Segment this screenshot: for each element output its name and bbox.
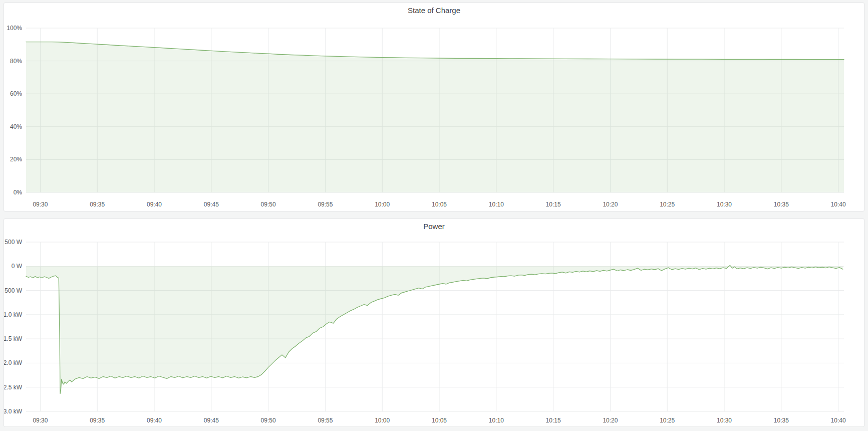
y-tick-label: 80% (10, 58, 22, 65)
x-tick-label: 10:40 (831, 417, 846, 424)
y-tick-label: 100% (7, 25, 22, 32)
x-tick-label: 09:35 (90, 201, 105, 208)
x-tick-label: 10:15 (546, 201, 561, 208)
panel-power: Power 500 W0 W-500 W-1.0 kW-1.5 kW-2.0 k… (4, 219, 864, 427)
x-tick-label: 09:35 (90, 417, 105, 424)
y-tick-label: -2.0 kW (4, 359, 23, 366)
y-tick-label: -3.0 kW (4, 408, 23, 415)
panel-title-power: Power (423, 219, 445, 234)
panel-header-state-of-charge[interactable]: State of Charge (4, 3, 864, 18)
y-tick-label: -1.0 kW (4, 311, 23, 318)
x-tick-label: 10:30 (717, 201, 732, 208)
y-tick-label: 0% (14, 189, 23, 196)
x-tick-label: 09:40 (147, 201, 162, 208)
x-tick-label: 10:10 (489, 417, 504, 424)
y-tick-label: 0 W (12, 263, 23, 270)
y-tick-label: -500 W (4, 287, 23, 294)
series-area (26, 42, 844, 192)
x-tick-label: 10:25 (660, 201, 675, 208)
x-tick-label: 10:35 (774, 417, 789, 424)
x-tick-label: 10:05 (432, 201, 447, 208)
x-tick-label: 09:50 (261, 201, 276, 208)
x-tick-label: 09:50 (261, 417, 276, 424)
x-tick-label: 09:40 (147, 417, 162, 424)
x-tick-label: 10:15 (546, 417, 561, 424)
y-tick-label: -1.5 kW (4, 335, 23, 342)
panel-header-power[interactable]: Power (4, 219, 864, 234)
x-tick-label: 09:45 (204, 201, 219, 208)
y-tick-label: 20% (10, 156, 22, 163)
x-tick-label: 10:00 (375, 201, 390, 208)
y-tick-label: 40% (10, 123, 22, 130)
x-tick-label: 10:25 (660, 417, 675, 424)
x-tick-label: 09:45 (204, 417, 219, 424)
x-tick-label: 10:30 (717, 417, 732, 424)
x-tick-label: 10:00 (375, 417, 390, 424)
y-tick-label: 60% (10, 90, 22, 97)
power-chart[interactable]: 500 W0 W-500 W-1.0 kW-1.5 kW-2.0 kW-2.5 … (4, 219, 864, 426)
x-tick-label: 10:35 (774, 201, 789, 208)
x-tick-label: 09:55 (318, 201, 333, 208)
x-tick-label: 09:30 (33, 201, 48, 208)
state-of-charge-chart[interactable]: 100%80%60%40%20%0%09:3009:3509:4009:4509… (4, 3, 864, 211)
x-tick-label: 10:20 (603, 201, 618, 208)
x-tick-label: 09:55 (318, 417, 333, 424)
x-tick-label: 10:40 (831, 201, 846, 208)
panel-state-of-charge: State of Charge 100%80%60%40%20%0%09:300… (4, 3, 864, 211)
x-tick-label: 10:20 (603, 417, 618, 424)
x-tick-label: 09:30 (33, 417, 48, 424)
y-tick-label: -2.5 kW (4, 384, 23, 391)
panel-title-state-of-charge: State of Charge (408, 3, 460, 18)
y-tick-label: 500 W (5, 239, 22, 246)
x-tick-label: 10:05 (432, 417, 447, 424)
series-area (26, 265, 843, 393)
x-tick-label: 10:10 (489, 201, 504, 208)
dashboard: State of Charge 100%80%60%40%20%0%09:300… (0, 0, 868, 431)
